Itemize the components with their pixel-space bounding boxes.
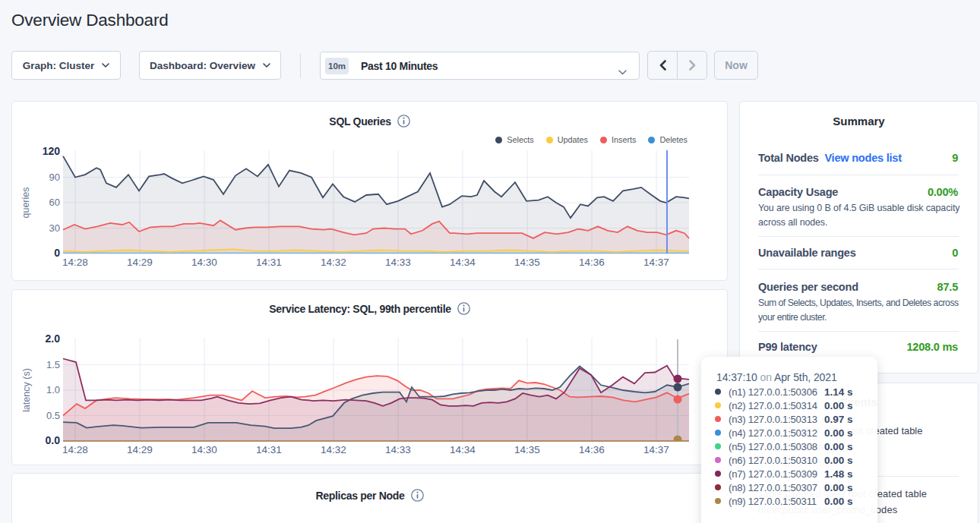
svg-text:14:35: 14:35 (514, 444, 540, 455)
svg-text:90: 90 (49, 172, 60, 183)
svg-text:14:32: 14:32 (321, 444, 346, 455)
svg-text:14:37: 14:37 (643, 444, 669, 455)
svg-text:1.5: 1.5 (46, 359, 60, 370)
svg-text:14:33: 14:33 (385, 257, 411, 268)
svg-text:14:37: 14:37 (643, 257, 669, 268)
svg-text:14:28: 14:28 (62, 257, 88, 268)
svg-text:14:36: 14:36 (579, 257, 605, 268)
svg-text:14:30: 14:30 (191, 257, 217, 268)
svg-text:14:34: 14:34 (450, 257, 476, 268)
svg-text:14:33: 14:33 (385, 444, 411, 455)
svg-text:14:29: 14:29 (127, 257, 153, 268)
svg-text:14:30: 14:30 (191, 444, 217, 455)
svg-text:1.0: 1.0 (46, 384, 60, 395)
svg-text:2.0: 2.0 (46, 332, 61, 345)
svg-text:14:31: 14:31 (256, 257, 282, 268)
svg-text:queries: queries (21, 187, 31, 219)
svg-text:14:34: 14:34 (450, 444, 476, 455)
svg-text:14:31: 14:31 (256, 444, 282, 455)
svg-text:14:35: 14:35 (514, 257, 540, 268)
svg-text:60: 60 (49, 197, 60, 208)
svg-text:0.5: 0.5 (46, 410, 60, 421)
svg-text:120: 120 (43, 145, 61, 157)
svg-text:14:32: 14:32 (321, 257, 346, 268)
svg-text:0.0: 0.0 (46, 434, 61, 446)
svg-text:14:29: 14:29 (127, 444, 153, 455)
svg-text:0: 0 (54, 247, 60, 259)
svg-text:14:36: 14:36 (579, 444, 605, 455)
svg-text:14:28: 14:28 (62, 444, 88, 455)
svg-text:latency (s): latency (s) (21, 368, 32, 412)
svg-text:30: 30 (49, 222, 60, 234)
